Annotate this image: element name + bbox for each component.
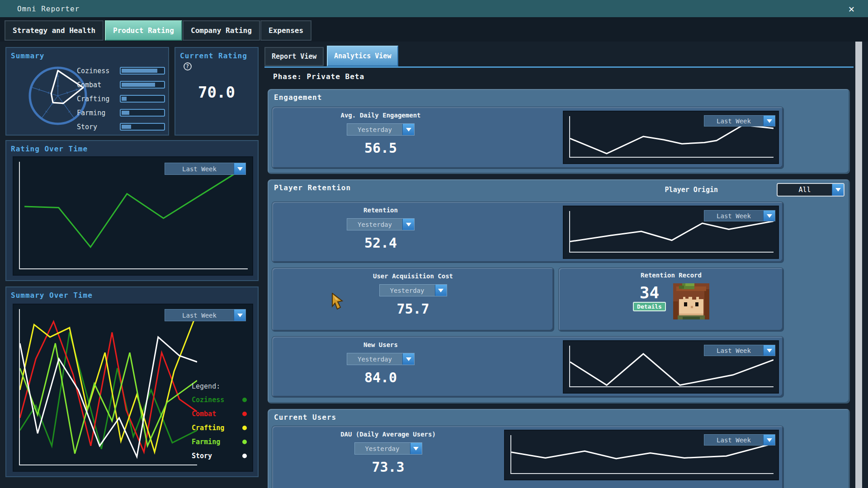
rating-over-time-chart: Last Week (13, 156, 253, 276)
stat-value: 84.0 (364, 370, 397, 385)
rating-over-time-title: Rating Over Time (11, 145, 88, 153)
phase-label: Phase: Private Beta (273, 72, 364, 81)
legend-item-crafting: Crafting (192, 424, 247, 432)
summary-plot-area (19, 309, 197, 465)
engagement-range-dropdown[interactable]: Last Week (704, 115, 775, 127)
legend-item-coziness: Coziness (192, 396, 247, 404)
new-users-period-dropdown[interactable]: Yesterday (347, 353, 415, 365)
uac-period-dropdown[interactable]: Yesterday (379, 284, 447, 296)
metric-bar (120, 109, 165, 117)
chevron-down-icon (767, 119, 772, 123)
retention-range-dropdown[interactable]: Last Week (704, 210, 775, 221)
main-tab-bar: Strategy and Health Product Rating Compa… (0, 17, 868, 42)
engagement-section-title: Engagement (274, 93, 322, 102)
metric-label: Farming (77, 109, 105, 117)
new-users-card: New Users Yesterday 84.0 Last Week (272, 337, 783, 397)
legend-ring-icon (242, 454, 247, 458)
retention-stat: Retention Yesterday 52.4 (272, 202, 489, 263)
stat-title: DAU (Daily Average Users) (340, 431, 436, 438)
tab-product-rating[interactable]: Product Rating (105, 20, 182, 41)
details-button[interactable]: Details (633, 302, 666, 311)
dau-range-dropdown[interactable]: Last Week (704, 434, 775, 446)
new-users-range-dropdown[interactable]: Last Week (704, 345, 775, 356)
close-icon[interactable]: ✕ (849, 3, 854, 14)
current-users-section: Current Users DAU (Daily Average Users) … (268, 409, 850, 488)
metric-bar (120, 123, 165, 131)
dropdown-arrow-button (763, 116, 775, 126)
legend-ring-icon (242, 440, 247, 444)
stat-title: Retention (363, 206, 398, 214)
player-retention-section: Player Retention Player Origin All Reten… (268, 179, 850, 404)
metric-row: Combat (6, 81, 168, 90)
rating-range-dropdown[interactable]: Last Week (165, 163, 246, 175)
player-retention-section-title: Player Retention (274, 183, 351, 192)
dropdown-arrow-button (402, 124, 414, 135)
dropdown-arrow-button (234, 163, 245, 174)
dropdown-arrow-button (435, 285, 447, 296)
metric-row: Farming (6, 109, 168, 118)
view-tab-underline (264, 66, 854, 68)
retention-record-content: 34 Details (559, 283, 783, 319)
chevron-down-icon (406, 357, 411, 361)
metric-label: Story (77, 123, 97, 131)
vertical-scrollbar[interactable] (855, 42, 862, 488)
summary-title: Summary (11, 52, 44, 60)
chevron-down-icon (438, 289, 443, 292)
dropdown-arrow-button (763, 345, 775, 356)
legend-item-story: Story (192, 452, 247, 460)
engagement-period-dropdown[interactable]: Yesterday (347, 123, 415, 136)
summary-over-time-panel: Summary Over Time Last Week Legend: Cozi… (5, 286, 259, 477)
title-bar: Omni Reporter ✕ (0, 0, 868, 17)
tab-strategy-and-health[interactable]: Strategy and Health (5, 20, 104, 41)
metric-row: Crafting (6, 95, 168, 104)
engagement-chart: Last Week (563, 111, 779, 164)
summary-over-time-chart: Last Week Legend: Coziness Combat Crafti… (13, 304, 253, 472)
help-icon[interactable]: ? (184, 62, 192, 70)
chevron-down-icon (237, 167, 243, 171)
rating-plot-area (19, 162, 248, 269)
dropdown-arrow-button (402, 219, 414, 230)
legend-ring-icon (242, 412, 247, 416)
tab-analytics-view[interactable]: Analytics View (327, 46, 398, 66)
engagement-stat: Avg. Daily Engagement Yesterday 56.5 (272, 107, 489, 169)
stat-title: User Acquisition Cost (373, 272, 453, 280)
rating-over-time-panel: Rating Over Time Last Week (5, 140, 259, 281)
chevron-down-icon (767, 214, 772, 218)
retention-record-card: Retention Record 34 Details (559, 268, 783, 331)
retention-card: Retention Yesterday 52.4 Last Week (272, 202, 783, 263)
dropdown-arrow-button (832, 184, 844, 196)
retention-period-dropdown[interactable]: Yesterday (347, 218, 415, 230)
current-rating-title: Current Rating? (180, 52, 258, 70)
player-origin-dropdown[interactable]: All (777, 183, 844, 197)
stat-value: 73.3 (372, 459, 404, 475)
tab-expenses[interactable]: Expenses (260, 20, 311, 41)
chevron-down-icon (406, 128, 411, 131)
chevron-down-icon (237, 314, 243, 317)
stat-title: Retention Record (559, 272, 783, 279)
metric-bar (120, 81, 165, 89)
tab-report-view[interactable]: Report View (264, 47, 324, 66)
metric-label: Coziness (77, 67, 109, 75)
chevron-down-icon (835, 188, 841, 192)
engagement-card: Avg. Daily Engagement Yesterday 56.5 Las… (272, 107, 783, 169)
dropdown-arrow-button (410, 443, 422, 454)
dau-period-dropdown[interactable]: Yesterday (354, 442, 422, 455)
retention-chart: Last Week (563, 206, 779, 259)
new-users-stat: New Users Yesterday 84.0 (272, 337, 489, 397)
summary-lines (20, 309, 197, 465)
retention-record-value: 34 (640, 283, 659, 302)
window-title: Omni Reporter (17, 5, 80, 13)
chevron-down-icon (767, 438, 772, 442)
current-rating-panel: Current Rating? 70.0 (175, 47, 259, 136)
rating-line (20, 162, 248, 268)
summary-over-time-title: Summary Over Time (11, 291, 93, 300)
current-users-section-title: Current Users (274, 413, 336, 422)
legend-item-combat: Combat (192, 410, 247, 418)
legend-item-farming: Farming (192, 438, 247, 446)
summary-range-dropdown[interactable]: Last Week (165, 309, 246, 321)
stat-value: 75.7 (396, 301, 429, 317)
stat-title: New Users (363, 341, 398, 348)
metric-label: Crafting (77, 95, 109, 103)
tab-company-rating[interactable]: Company Rating (183, 20, 260, 41)
summary-panel: Summary Coziness Combat Crafting Farming… (5, 47, 169, 136)
